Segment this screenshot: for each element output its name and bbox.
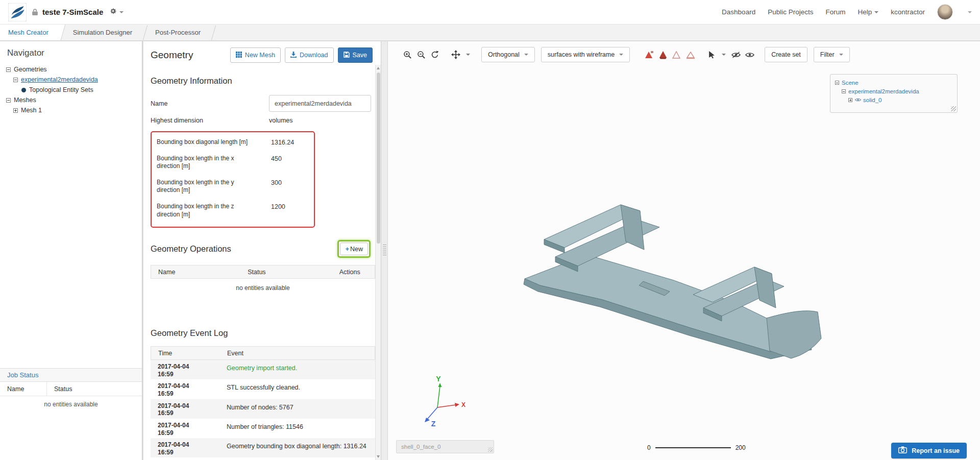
- plus-icon: +: [345, 245, 349, 253]
- top-navigation: Dashboard Public Projects Forum Help kco…: [722, 4, 972, 20]
- hide-selection-eye-slash-icon[interactable]: [730, 49, 742, 61]
- chevron-down-icon: [874, 11, 878, 13]
- expand-toggle-icon[interactable]: [848, 98, 852, 102]
- geometry-name-input[interactable]: [269, 95, 371, 112]
- geometry-panel: Geometry New Mesh Download Save Geometry…: [143, 41, 381, 460]
- event-log-row: 2017-04-04 16:59 Number of nodes: 5767: [151, 399, 375, 419]
- tree-item-mesh-1[interactable]: Mesh 1: [0, 105, 142, 115]
- scale-start: 0: [647, 444, 651, 451]
- tab-post-processor[interactable]: Post-Processor: [147, 25, 212, 40]
- collapse-toggle-icon[interactable]: [842, 89, 846, 93]
- nav-username[interactable]: kcontractor: [891, 8, 925, 16]
- pan-move-icon[interactable]: [450, 49, 462, 61]
- new-mesh-button[interactable]: New Mesh: [230, 47, 281, 63]
- geometry-3d-model[interactable]: [516, 189, 822, 363]
- tab-mesh-creator[interactable]: Mesh Creator: [0, 25, 60, 40]
- collapse-toggle-icon[interactable]: [13, 78, 18, 82]
- collapse-toggle-icon[interactable]: [835, 81, 839, 85]
- nav-public-projects[interactable]: Public Projects: [768, 8, 813, 16]
- job-status-col-status: Status: [47, 385, 72, 393]
- new-operation-button[interactable]: + New: [340, 243, 368, 255]
- save-button[interactable]: Save: [338, 47, 373, 63]
- user-avatar[interactable]: [937, 4, 953, 20]
- bbox-row: Bounding box length in the x direction […: [157, 155, 309, 171]
- hovered-face-label: shell_0_face_0: [396, 440, 494, 453]
- clip-solid-icon[interactable]: [657, 49, 669, 61]
- scale-bar-line: [655, 447, 731, 448]
- job-status-section: Job Status Name Status no entities avail…: [0, 368, 142, 408]
- chevron-down-icon[interactable]: [719, 54, 726, 56]
- splitter-handle-icon[interactable]: [383, 245, 386, 257]
- show-all-eye-icon[interactable]: [744, 49, 756, 61]
- event-log-row: 2017-04-04: [151, 457, 375, 460]
- job-status-columns: Name Status: [0, 382, 142, 396]
- projection-dropdown[interactable]: Orthogonal: [481, 47, 535, 62]
- scene-tree-geometry[interactable]: experimental2merdadevida: [835, 87, 952, 95]
- nav-forum[interactable]: Forum: [825, 8, 845, 16]
- tab-simulation-designer[interactable]: Simulation Designer: [65, 25, 143, 40]
- download-button[interactable]: Download: [285, 47, 334, 63]
- axis-label-y: Y: [436, 376, 441, 383]
- event-log-row: 2017-04-04 16:59 Number of triangles: 11…: [151, 419, 375, 438]
- event-log-row: 2017-04-04 16:59 Geometry bounding box d…: [151, 438, 375, 457]
- clip-plane-outline-icon[interactable]: [684, 49, 697, 61]
- scale-bar: 0 200: [647, 444, 746, 451]
- collapse-toggle-icon[interactable]: [6, 67, 11, 72]
- scene-tree-root[interactable]: Scene: [835, 78, 952, 87]
- zoom-out-icon[interactable]: [415, 49, 427, 61]
- event-log-col-time: Time: [151, 350, 220, 357]
- scroll-up-arrow-icon[interactable]: [377, 67, 380, 69]
- collapse-toggle-icon[interactable]: [6, 98, 11, 103]
- operations-col-status: Status: [240, 269, 332, 276]
- navigator-title: Navigator: [0, 41, 142, 64]
- job-status-empty-text: no entities available: [0, 396, 142, 408]
- render-mode-dropdown[interactable]: surfaces with wireframe: [541, 47, 630, 62]
- scale-end: 200: [736, 444, 746, 451]
- geometry-panel-scrollbar[interactable]: [375, 65, 381, 460]
- tree-item-geometry[interactable]: experimental2merdadevida: [0, 75, 142, 85]
- filter-dropdown[interactable]: Filter: [814, 47, 850, 62]
- operations-table: Name Status Actions no entities availabl…: [151, 265, 375, 295]
- highest-dimension-label: Highest dimension: [151, 117, 269, 124]
- bbox-row: Bounding box length in the y direction […: [157, 179, 309, 195]
- visibility-eye-icon[interactable]: [855, 98, 861, 102]
- project-settings-menu[interactable]: [109, 7, 124, 17]
- scrollbar-thumb[interactable]: [377, 72, 380, 244]
- tree-item-meshes[interactable]: Meshes: [0, 95, 142, 105]
- reset-view-icon[interactable]: [429, 49, 441, 61]
- tree-item-topological-entity-sets[interactable]: Topological Entity Sets: [0, 85, 142, 95]
- select-cursor-icon[interactable]: [705, 49, 718, 61]
- tree-item-geometries[interactable]: Geometries: [0, 64, 142, 75]
- report-issue-button[interactable]: Report an issue: [891, 443, 967, 458]
- nav-help[interactable]: Help: [857, 8, 878, 16]
- new-operation-highlight: + New: [337, 240, 371, 258]
- bounding-box-highlight: Bounding box diagonal length [m] 1316.24…: [151, 131, 315, 228]
- job-status-header[interactable]: Job Status: [0, 368, 142, 382]
- viewer-3d[interactable]: Orthogonal surfaces with wireframe: [388, 41, 980, 460]
- scroll-down-arrow-icon[interactable]: [377, 455, 380, 458]
- event-log-col-event: Event: [220, 350, 375, 357]
- geometry-information-heading: Geometry Information: [151, 76, 373, 86]
- clip-plane-icon[interactable]: [643, 49, 655, 61]
- download-icon: [290, 52, 297, 59]
- nav-dashboard[interactable]: Dashboard: [722, 8, 755, 16]
- axis-triad: Y X Z: [416, 376, 472, 432]
- chevron-down-icon[interactable]: [968, 11, 972, 13]
- create-set-button[interactable]: Create set: [765, 47, 807, 62]
- scene-tree-solid[interactable]: solid_0: [835, 95, 952, 104]
- expand-toggle-icon[interactable]: [13, 108, 18, 113]
- job-status-col-name: Name: [0, 382, 47, 396]
- zoom-in-icon[interactable]: [401, 49, 413, 61]
- top-header: teste 7-SimScale Dashboard Public Projec…: [0, 0, 980, 25]
- geometry-panel-title: Geometry: [149, 50, 193, 61]
- chevron-down-icon[interactable]: [463, 54, 470, 56]
- name-label: Name: [151, 100, 269, 107]
- clip-outline-icon[interactable]: [671, 49, 683, 61]
- geometry-event-log-heading: Geometry Event Log: [151, 328, 373, 338]
- simscale-logo-icon[interactable]: [8, 3, 27, 21]
- panel-splitter[interactable]: [381, 41, 388, 460]
- geometry-operations-heading: Geometry Operations: [151, 244, 231, 254]
- axis-label-x: X: [461, 401, 465, 408]
- grid-icon: [236, 52, 242, 59]
- event-log-row: 2017-04-04 16:59 Geometry import started…: [151, 360, 375, 379]
